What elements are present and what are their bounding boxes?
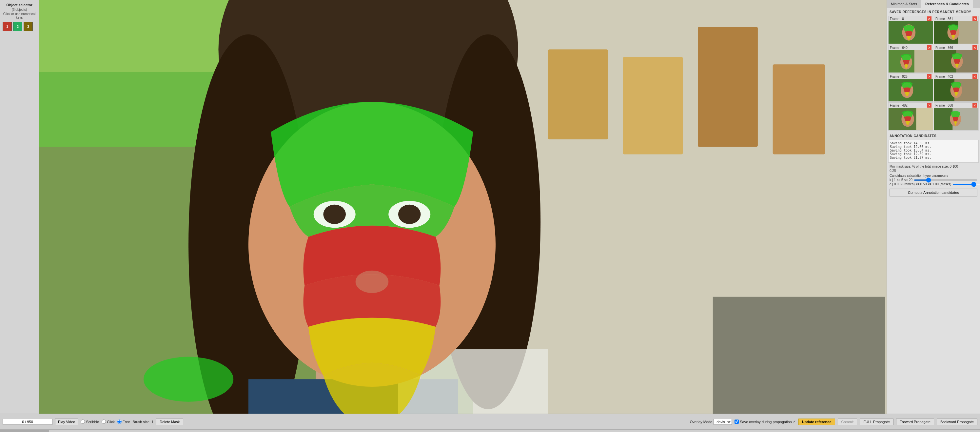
frame-close-668[interactable]: ✕	[972, 103, 977, 108]
q-slider[interactable]	[953, 184, 980, 185]
svg-point-23	[356, 271, 389, 293]
full-propagate-button[interactable]: FULL Propagate	[860, 419, 893, 425]
k-label: k | 1 <= 5 <= 20	[889, 178, 913, 182]
frames-grid: Frame 0 ✕	[887, 15, 980, 131]
object-btn-3[interactable]: 3	[24, 22, 33, 31]
overlay-section: Overlay Mode davis	[690, 419, 732, 425]
frame-counter[interactable]	[3, 419, 52, 425]
save-overlay-checkbox[interactable]	[735, 419, 739, 424]
frame-header-640: Frame 640 ✕	[889, 45, 933, 50]
thumb-svg-482	[889, 108, 933, 130]
commit-button[interactable]: Commit	[838, 419, 858, 425]
object-buttons: 1 2 3	[3, 22, 36, 31]
frame-item-866: Frame 866 ✕	[934, 45, 979, 73]
click-radio[interactable]	[102, 419, 106, 424]
compute-candidates-btn[interactable]: Compute Annotation candidates	[889, 189, 977, 196]
frame-label-361: Frame 361	[935, 17, 953, 21]
log-line-0: Saving took 14.36 ms.	[890, 141, 977, 145]
frame-label-482: Frame 482	[890, 104, 908, 107]
object-btn-1[interactable]: 1	[3, 22, 12, 31]
right-panel-scroll[interactable]: SAVED REFERENCES IN PERMANENT MEMORY Fra…	[887, 8, 980, 414]
log-line-3: Saving took 12.59 ms.	[890, 152, 977, 156]
frame-item-402: Frame 402 ✕	[934, 73, 979, 102]
thumb-svg-402	[934, 79, 978, 101]
progress-bar[interactable]	[0, 429, 980, 432]
frame-item-668: Frame 668 ✕	[934, 102, 979, 131]
svg-rect-7	[698, 27, 758, 147]
face-scene[interactable]	[39, 0, 886, 414]
main-canvas[interactable]	[39, 0, 886, 414]
annotation-candidates-title: ANNOTATION CANDIDATES	[887, 132, 980, 139]
object-btn-2[interactable]: 2	[13, 22, 22, 31]
frame-close-402[interactable]: ✕	[972, 74, 977, 79]
frame-item-640: Frame 640 ✕	[888, 45, 933, 73]
thumb-svg-668	[934, 108, 978, 130]
progress-bar-fill	[0, 430, 49, 432]
candidates-label: Candidates calculation hyperparameters	[889, 174, 977, 177]
frame-close-925[interactable]: ✕	[927, 74, 931, 79]
update-reference-button[interactable]: Update reference	[799, 419, 835, 425]
k-slider[interactable]	[914, 179, 977, 181]
frame-header-482: Frame 482 ✕	[889, 103, 933, 108]
mode-click: Click	[102, 419, 115, 424]
min-mask-value: 0.25	[889, 169, 977, 172]
tab-refs[interactable]: References & Candidates	[921, 0, 973, 8]
overlay-select[interactable]: davis	[714, 419, 732, 425]
saved-refs-title: SAVED REFERENCES IN PERMANENT MEMORY	[887, 8, 980, 15]
svg-rect-6	[623, 57, 683, 154]
thumb-svg-866	[934, 50, 978, 72]
frame-close-0[interactable]: ✕	[927, 16, 931, 21]
frame-label-866: Frame 866	[935, 46, 953, 49]
play-button[interactable]: Play Video	[55, 419, 78, 425]
tab-minimap[interactable]: Minimap & Stats	[887, 0, 921, 8]
frame-thumb-0[interactable]	[889, 21, 933, 44]
free-radio[interactable]	[117, 419, 122, 424]
mode-scribble: Scribble	[81, 419, 99, 424]
svg-rect-29	[958, 21, 978, 44]
brush-size-label: Brush size: 1	[133, 420, 154, 424]
frame-thumb-361[interactable]	[934, 21, 978, 44]
svg-point-22	[398, 205, 421, 224]
candidates-setting: Candidates calculation hyperparameters k…	[889, 174, 977, 186]
frame-thumb-402[interactable]	[934, 79, 978, 101]
frame-close-640[interactable]: ✕	[927, 45, 931, 50]
frame-label-402: Frame 402	[935, 75, 953, 78]
svg-rect-32	[915, 50, 933, 72]
frame-thumb-640[interactable]	[889, 50, 933, 72]
frame-thumb-866[interactable]	[934, 50, 978, 72]
svg-rect-5	[548, 49, 608, 139]
thumb-svg-361	[934, 21, 978, 44]
save-overlay-label: Save overlay during propagation	[740, 420, 792, 424]
log-line-2: Saving took 15.84 ms.	[890, 148, 977, 152]
log-line-1: Saving took 12.66 ms.	[890, 145, 977, 148]
frame-close-361[interactable]: ✕	[972, 16, 977, 21]
svg-rect-11	[713, 297, 885, 414]
frame-label-668: Frame 668	[935, 104, 953, 107]
scribble-radio[interactable]	[81, 419, 85, 424]
backward-propagate-button[interactable]: Backward Propagate	[937, 419, 977, 425]
frame-close-866[interactable]: ✕	[972, 45, 977, 50]
click-label: Click	[107, 420, 115, 424]
mode-free: Free	[117, 419, 130, 424]
forward-propagate-button[interactable]: Forward Propagate	[896, 419, 934, 425]
right-panel: Minimap & Stats References & Candidates …	[886, 0, 980, 414]
frame-item-361: Frame 361 ✕	[934, 16, 979, 44]
min-mask-label: Min mask size, % of the total image size…	[889, 165, 977, 168]
frame-header-361: Frame 361 ✕	[934, 16, 978, 21]
checkmark-icon: ✓	[793, 419, 796, 424]
log-area[interactable]: Saving took 14.36 ms. Saving took 12.66 …	[888, 140, 979, 163]
frame-header-925: Frame 925 ✕	[889, 74, 933, 79]
frame-thumb-482[interactable]	[889, 108, 933, 130]
frame-thumb-925[interactable]	[889, 79, 933, 101]
log-line-4: Saving took 21.27 ms.	[890, 156, 977, 159]
frame-label-640: Frame 640	[890, 46, 908, 49]
frame-close-482[interactable]: ✕	[927, 103, 931, 108]
save-overlay-section: Save overlay during propagation ✓	[735, 419, 795, 424]
frame-header-402: Frame 402 ✕	[934, 74, 978, 79]
svg-rect-44	[916, 108, 933, 130]
frame-item-925: Frame 925 ✕	[888, 73, 933, 102]
delete-mask-button[interactable]: Delete Mask	[156, 419, 183, 425]
k-slider-container: k | 1 <= 5 <= 20	[889, 178, 977, 182]
overlay-label: Overlay Mode	[690, 420, 712, 424]
frame-thumb-668[interactable]	[934, 108, 978, 130]
